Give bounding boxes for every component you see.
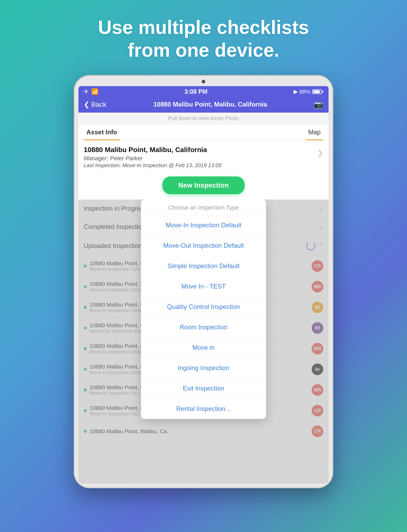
asset-title: 10880 Malibu Point, Malibu, California (84, 146, 222, 154)
pull-hint: Pull down to view Asset Photo (78, 113, 329, 124)
device-screen: ✈ 📶 3:08 PM ▶ 88% ❮ Back 10880 M (78, 86, 329, 484)
asset-chevron-icon: ❯ (317, 148, 323, 157)
asset-manager: Manager: Peter Parker (84, 155, 222, 162)
tab-asset-info[interactable]: Asset Info (84, 124, 120, 140)
status-bar-time: 3:08 PM (184, 88, 207, 95)
nav-bar: ❮ Back 10880 Malibu Point, Malibu, Calif… (78, 97, 329, 113)
inspection-type-option[interactable]: Move In - TEST (141, 276, 266, 297)
inspection-type-option[interactable]: Room Inspection (141, 317, 266, 338)
tab-bar: Asset Info Map (78, 124, 329, 140)
inspection-type-option[interactable]: Move in (141, 338, 266, 358)
inspection-type-modal: Choose an Inspection Type Move-In Inspec… (141, 200, 266, 419)
inspection-type-option[interactable]: Move-In Inspection Default (141, 215, 266, 236)
asset-info-section: 10880 Malibu Point, Malibu, California M… (78, 140, 329, 171)
main-content: Inspection in Progress ⌄ Completed Inspe… (78, 200, 329, 484)
inspection-type-option[interactable]: Move-Out Inspection Default (141, 236, 266, 256)
location-icon: ▶ (294, 88, 298, 95)
inspection-type-option[interactable]: Rental Inspection... (141, 399, 266, 419)
back-button[interactable]: ❮ Back (84, 100, 107, 109)
back-label: Back (91, 100, 107, 109)
status-bar-right: ▶ 88% (294, 88, 323, 95)
airplane-icon: ✈ (84, 88, 89, 95)
device-frame: ✈ 📶 3:08 PM ▶ 88% ❮ Back 10880 M (74, 75, 333, 488)
hero-text: Use multiple checklists from one device. (87, 0, 320, 75)
inspection-type-option[interactable]: Ingoing Inspection (141, 358, 266, 378)
inspection-type-option[interactable]: Simple Inspection Default (141, 256, 266, 276)
status-bar: ✈ 📶 3:08 PM ▶ 88% (78, 86, 329, 97)
battery-icon (312, 89, 323, 94)
device-camera (202, 80, 205, 83)
new-inspection-area: New Inspection (78, 171, 329, 200)
battery-percent: 88% (299, 88, 311, 95)
modal-header: Choose an Inspection Type (141, 200, 266, 215)
wifi-icon: 📶 (91, 88, 98, 95)
chevron-left-icon: ❮ (84, 100, 90, 109)
status-bar-left: ✈ 📶 (84, 88, 98, 95)
camera-icon[interactable]: 📷 (314, 100, 323, 109)
nav-title: 10880 Malibu Point, Malibu, California (153, 101, 267, 108)
inspection-type-option[interactable]: Quality Control Inspection (141, 297, 266, 317)
hero-line1: Use multiple checklists (98, 17, 309, 38)
new-inspection-button[interactable]: New Inspection (162, 176, 245, 194)
tab-map[interactable]: Map (306, 124, 323, 140)
hero-line2: from one device. (128, 39, 279, 61)
asset-last-inspection: Last Inspection: Move-In Inspection @ Fe… (84, 162, 222, 169)
inspection-type-option[interactable]: Exit Inspection (141, 378, 266, 399)
